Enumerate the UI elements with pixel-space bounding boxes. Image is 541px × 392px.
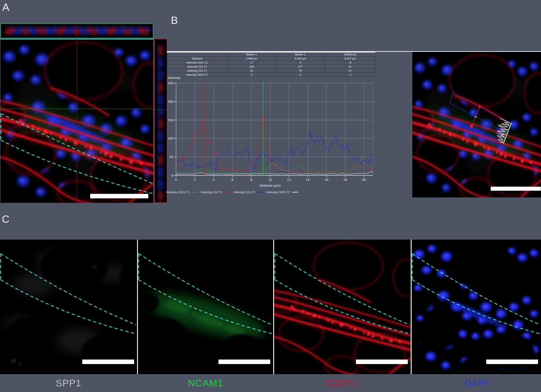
panel-b-measurement-image — [412, 52, 541, 198]
scale-bar — [356, 360, 408, 364]
table-col-header: Marker 1 — [227, 52, 276, 57]
channel-label-spp1: SPP1 — [0, 374, 137, 392]
intensity-profile-chart: Intensity0501001502002500246810121416182… — [167, 76, 375, 190]
channel-image-spp1 — [0, 240, 137, 374]
table-row: Intensity ChS1-T1178-9 — [167, 61, 375, 65]
legend-color-swatch — [292, 192, 298, 193]
svg-text:16: 16 — [325, 178, 328, 182]
channel-image-cd271 — [274, 240, 411, 374]
svg-text:150: 150 — [168, 118, 173, 122]
svg-text:20: 20 — [362, 178, 366, 182]
channel-image-dapi — [412, 240, 541, 374]
panel-a-yz-slice-image — [154, 39, 167, 203]
svg-text:Intensity: Intensity — [168, 76, 180, 80]
marker-measurement-table: Marker 1Marker 2Difference Distance2.948… — [167, 52, 375, 77]
panel-c-label: C — [2, 213, 10, 225]
svg-text:14: 14 — [306, 178, 309, 182]
svg-text:4: 4 — [213, 178, 215, 182]
svg-text:0: 0 — [175, 178, 177, 182]
intensity-profile-plot: Intensity0501001502002500246810121416182… — [167, 76, 375, 190]
legend-item: Intensity ChS2-T2 — [266, 190, 298, 194]
svg-text:8: 8 — [250, 178, 252, 182]
svg-text:6: 6 — [232, 178, 233, 182]
figure-page: A B C Marker 1Marker 2Difference Distanc… — [0, 0, 541, 392]
panel-a-composite-image — [0, 39, 153, 203]
table-row: Intensity Ch1-T2237047 — [167, 69, 375, 73]
svg-text:100: 100 — [168, 136, 173, 140]
svg-text:250: 250 — [168, 81, 173, 85]
channel-label-ncam1: NCAM1 — [138, 374, 273, 392]
scale-bar — [82, 360, 134, 364]
table-row: Intensity Ch2-T112617751 — [167, 65, 375, 69]
scale-bar — [218, 360, 270, 364]
scale-bar — [491, 187, 541, 191]
legend-color-swatch — [192, 192, 198, 193]
legend-color-swatch — [257, 192, 263, 193]
panel-c-separator — [411, 240, 412, 374]
svg-text:2: 2 — [194, 178, 196, 182]
panel-a-xz-slice-image — [0, 23, 153, 38]
svg-text:Distance (µm): Distance (µm) — [260, 183, 281, 187]
legend-item: Intensity Ch1-T2 — [234, 190, 263, 194]
panel-a-label: A — [2, 1, 9, 13]
table-col-header: Difference — [325, 52, 375, 57]
svg-text:18: 18 — [343, 178, 347, 182]
chart-legend: Intensity ChS1-T1Intensity Ch2-T1Intensi… — [166, 190, 298, 194]
table-header-row: Marker 1Marker 2Difference — [167, 52, 375, 57]
scale-bar — [90, 194, 148, 198]
panel-c-separator — [273, 240, 274, 374]
legend-item: Intensity ChS1-T1 — [166, 190, 198, 194]
legend-color-swatch — [224, 192, 230, 193]
svg-text:10: 10 — [268, 178, 272, 182]
channel-label-cd271: CD271 — [274, 374, 411, 392]
svg-text:12: 12 — [287, 178, 291, 182]
table-row: Distance2.948 µm9.264 µm6.317 µm — [167, 57, 375, 61]
panel-b-label: B — [171, 14, 178, 26]
legend-item: Intensity Ch2-T1 — [201, 190, 230, 194]
channel-image-ncam1 — [138, 240, 273, 374]
svg-text:0: 0 — [172, 173, 173, 177]
table-col-header: Marker 2 — [276, 52, 325, 57]
panel-c-separator — [137, 240, 138, 374]
table-col-header — [167, 52, 228, 57]
channel-label-dapi: DAPI — [412, 374, 541, 392]
scale-bar — [486, 360, 538, 364]
svg-text:200: 200 — [168, 100, 173, 104]
svg-text:50: 50 — [170, 155, 173, 159]
